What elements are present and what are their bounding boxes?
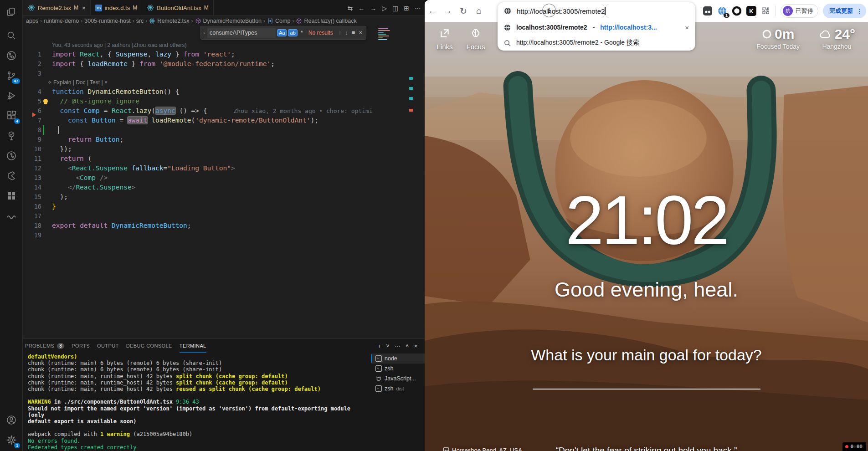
- extensions-puzzle-icon[interactable]: [761, 6, 771, 16]
- code-line: 3: [23, 69, 425, 78]
- line-number: 4: [23, 87, 41, 97]
- omnibox-suggestion[interactable]: http://localhost:3005/remote2 - Google 搜…: [498, 35, 695, 51]
- codelens-actions[interactable]: ✧Explain | Doc | Test | ×: [23, 78, 425, 87]
- globe-icon: [504, 7, 511, 15]
- line-number: 19: [23, 231, 41, 240]
- match-case-toggle[interactable]: Aa: [277, 29, 287, 36]
- dots-extension-icon[interactable]: [703, 6, 713, 16]
- breadcrumb-item[interactable]: src: [136, 18, 144, 24]
- keploy-extension-icon[interactable]: K: [746, 6, 756, 16]
- activitybar-timeline-icon[interactable]: [0, 147, 23, 165]
- breadcrumb-item[interactable]: Comp: [275, 18, 290, 24]
- back-icon[interactable]: ←: [358, 5, 365, 12]
- breadcrumb[interactable]: apps›runtime-demo›3005-runtime-host›src›…: [26, 16, 425, 26]
- omnibox-suggestion[interactable]: localhost:3005/remote2 - http://localhos…: [498, 20, 695, 35]
- whole-word-toggle[interactable]: ab: [288, 29, 297, 36]
- terminal-list-item[interactable]: >_zsh: [371, 364, 425, 374]
- files-icon[interactable]: [0, 3, 23, 21]
- forward-icon[interactable]: →: [370, 5, 376, 12]
- layout-icon[interactable]: ⊞: [404, 5, 409, 12]
- panel-tab-output[interactable]: OUTPUT: [97, 339, 119, 353]
- panel-action-icon[interactable]: +: [378, 343, 381, 349]
- code-editor[interactable]: › consumeAPITypes Aa ab * No results ↑ ↓…: [23, 26, 425, 338]
- code-line: 13 <Comp />: [23, 173, 425, 183]
- line-number: 9: [23, 135, 41, 144]
- panel-action-icon[interactable]: ⋯: [395, 343, 401, 349]
- weather-widget[interactable]: 24° Hangzhou: [818, 26, 855, 50]
- terminal-list-item[interactable]: >_node: [371, 354, 425, 364]
- panel-action-icon[interactable]: ˅: [386, 343, 390, 349]
- activitybar-run-graph-icon[interactable]: [0, 46, 23, 65]
- breadcrumb-item[interactable]: 3005-runtime-host: [84, 18, 130, 24]
- panel-action-icon[interactable]: ˄: [406, 343, 409, 349]
- terminal-list-item[interactable]: >_zshdist: [371, 384, 425, 394]
- find-in-selection-button[interactable]: ≡: [352, 29, 355, 36]
- line-number: 15: [23, 192, 41, 202]
- breadcrumb-separator: ›: [145, 18, 147, 24]
- find-prev-button[interactable]: ↑: [339, 29, 342, 36]
- forward-button[interactable]: →: [440, 3, 456, 19]
- breadcrumb-item[interactable]: DynamicRemoteButton: [203, 18, 262, 24]
- run-icon[interactable]: ▷: [382, 5, 387, 12]
- translate-extension-icon[interactable]: 1: [717, 6, 727, 16]
- extension-badge: 1: [724, 13, 729, 18]
- editor-tab[interactable]: Remote2.tsxM×: [23, 0, 91, 15]
- regex-toggle[interactable]: *: [299, 28, 305, 37]
- finish-update-button[interactable]: 完成更新 ⋮: [823, 4, 866, 18]
- breadcrumb-item[interactable]: React.lazy() callback: [304, 18, 356, 24]
- activitybar-search-icon[interactable]: [0, 26, 23, 45]
- activitybar-run-debug-icon[interactable]: [0, 87, 23, 105]
- split-icon[interactable]: ◫: [392, 5, 398, 12]
- terminal-icon: >_: [375, 355, 382, 362]
- activitybar-testing-icon[interactable]: [0, 127, 23, 145]
- breadcrumb-item[interactable]: apps: [26, 18, 38, 24]
- activitybar-account-icon[interactable]: [0, 411, 23, 429]
- goal-input[interactable]: [533, 389, 760, 390]
- editor-tab[interactable]: TSindex.d.tsM: [91, 0, 143, 15]
- focused-today-stat[interactable]: 0m Focused Today: [756, 26, 800, 50]
- panel-action-icon[interactable]: ×: [414, 343, 417, 349]
- panel-tab-terminal[interactable]: TERMINAL: [180, 339, 206, 353]
- panel-tab-problems[interactable]: PROBLEMS8: [25, 339, 64, 353]
- code-line: 1import React, { Suspense, lazy } from '…: [23, 50, 425, 59]
- toolbar-separator: [776, 6, 776, 16]
- menu-dots-icon[interactable]: ⋮: [857, 8, 863, 15]
- paused-pill[interactable]: 航 已暂停: [781, 4, 818, 18]
- find-input[interactable]: consumeAPITypes: [207, 28, 276, 38]
- remove-suggestion-icon[interactable]: ×: [685, 24, 689, 31]
- code-line: 2import { loadRemote } from '@module-fed…: [23, 59, 425, 69]
- activitybar-keploy-icon[interactable]: [0, 167, 23, 185]
- url-text[interactable]: http://localhost:3005/remote2: [517, 7, 605, 15]
- terminal-output[interactable]: defaultVendors)chunk (runtime: main) 6 b…: [28, 354, 370, 451]
- activitybar-settings-icon[interactable]: 1: [0, 431, 23, 449]
- activitybar-source-control-icon[interactable]: 47: [0, 67, 23, 85]
- find-close-button[interactable]: ×: [359, 29, 362, 36]
- activitybar-wave-icon[interactable]: [0, 207, 23, 225]
- ring-extension-icon[interactable]: [732, 6, 742, 16]
- breadcrumb-item[interactable]: runtime-demo: [44, 18, 79, 24]
- terminal-line: webpack compiled with 1 warning (a215005…: [28, 431, 370, 437]
- lightbulb-icon[interactable]: [43, 99, 48, 103]
- compare-icon[interactable]: ⇆: [348, 5, 353, 12]
- focus-button[interactable]: Focus: [462, 27, 489, 51]
- breadcrumb-item[interactable]: Remote2.tsx: [157, 18, 189, 24]
- activitybar-extensions-icon[interactable]: 4: [0, 107, 23, 125]
- terminal-list-item[interactable]: JavaScript...: [371, 374, 425, 384]
- panel-tab-debug-console[interactable]: DEBUG CONSOLE: [126, 339, 172, 353]
- panel-tab-ports[interactable]: PORTS: [72, 339, 90, 353]
- activitybar-grid-icon[interactable]: [0, 187, 23, 205]
- recording-dot-icon: [845, 445, 848, 448]
- line-number: 2: [23, 59, 41, 69]
- address-bar[interactable]: http://localhost:3005/remote2: [498, 2, 695, 20]
- reload-button[interactable]: ↻: [456, 3, 471, 19]
- code-line: 4function DynamicRemoteButton() {: [23, 87, 425, 97]
- find-next-button[interactable]: ↓: [345, 29, 348, 36]
- more-icon[interactable]: ⋯: [415, 5, 421, 12]
- home-button[interactable]: ⌂: [471, 3, 487, 19]
- links-button[interactable]: Links: [431, 27, 458, 51]
- close-tab-icon[interactable]: ×: [82, 5, 86, 11]
- inline-blame: Zhou xiao, 2 months ago • chore: optimi: [234, 108, 373, 114]
- back-button[interactable]: ←: [425, 3, 440, 19]
- find-collapse-chevron[interactable]: ›: [201, 26, 207, 39]
- editor-tab[interactable]: ButtonOldAnt.tsxM: [142, 0, 214, 15]
